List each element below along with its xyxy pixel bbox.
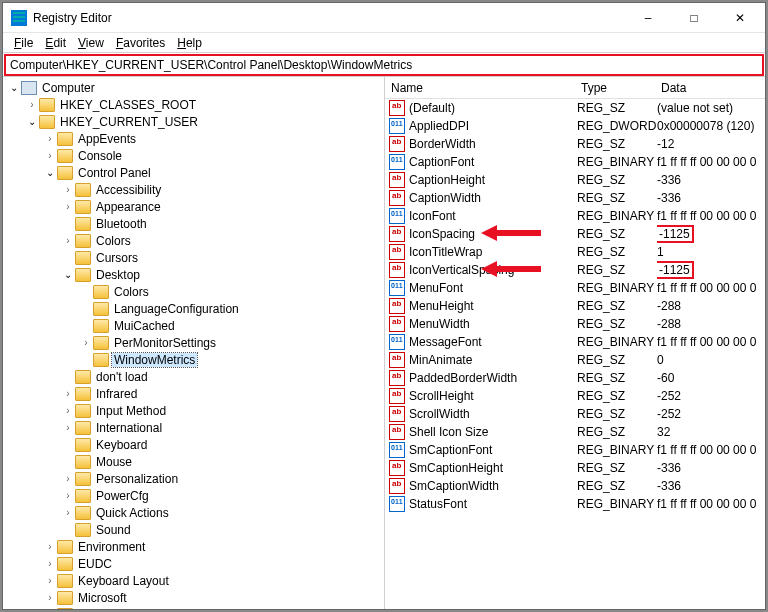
values-pane[interactable]: Name Type Data (Default)REG_SZ(value not… (385, 77, 765, 609)
chevron-down-icon[interactable]: ⌄ (43, 167, 57, 178)
value-row-shell-icon-size[interactable]: Shell Icon SizeREG_SZ32 (385, 423, 765, 441)
tree-item-don-t-load[interactable]: don't load (3, 368, 384, 385)
list-header[interactable]: Name Type Data (385, 77, 765, 99)
value-row-scrollheight[interactable]: ScrollHeightREG_SZ-252 (385, 387, 765, 405)
chevron-right-icon[interactable]: › (43, 558, 57, 569)
tree-item-windowmetrics[interactable]: WindowMetrics (3, 351, 384, 368)
tree-item-infrared[interactable]: ›Infrared (3, 385, 384, 402)
address-bar[interactable]: Computer\HKEY_CURRENT_USER\Control Panel… (4, 54, 764, 76)
tree-item-control-panel[interactable]: ⌄Control Panel (3, 164, 384, 181)
menu-view[interactable]: View (73, 34, 109, 52)
chevron-right-icon[interactable]: › (61, 184, 75, 195)
chevron-right-icon[interactable]: › (61, 388, 75, 399)
value-type: REG_SZ (577, 299, 657, 313)
tree-item-keyboard-layout[interactable]: ›Keyboard Layout (3, 572, 384, 589)
minimize-button[interactable]: – (625, 3, 671, 32)
value-row-captionfont[interactable]: CaptionFontREG_BINARYf1 ff ff ff 00 00 0… (385, 153, 765, 171)
value-row-smcaptionheight[interactable]: SmCaptionHeightREG_SZ-336 (385, 459, 765, 477)
tree-item-eudc[interactable]: ›EUDC (3, 555, 384, 572)
value-row-smcaptionwidth[interactable]: SmCaptionWidthREG_SZ-336 (385, 477, 765, 495)
titlebar[interactable]: Registry Editor – □ ✕ (3, 3, 765, 33)
col-header-name[interactable]: Name (385, 79, 575, 97)
tree-item-colors[interactable]: Colors (3, 283, 384, 300)
tree-item-languageconfiguration[interactable]: LanguageConfiguration (3, 300, 384, 317)
tree-label: Console (76, 149, 124, 163)
value-data: -288 (657, 299, 763, 313)
folder-icon (57, 608, 73, 610)
tree-item-keyboard[interactable]: Keyboard (3, 436, 384, 453)
chevron-down-icon[interactable]: ⌄ (61, 269, 75, 280)
chevron-right-icon[interactable]: › (61, 473, 75, 484)
value-row-paddedborderwidth[interactable]: PaddedBorderWidthREG_SZ-60 (385, 369, 765, 387)
tree-item-bluetooth[interactable]: Bluetooth (3, 215, 384, 232)
value-row-borderwidth[interactable]: BorderWidthREG_SZ-12 (385, 135, 765, 153)
menu-favorites[interactable]: Favorites (111, 34, 170, 52)
value-row-icontitlewrap[interactable]: IconTitleWrapREG_SZ1 (385, 243, 765, 261)
chevron-right-icon[interactable]: › (61, 405, 75, 416)
chevron-right-icon[interactable]: › (43, 575, 57, 586)
chevron-down-icon[interactable]: ⌄ (7, 82, 21, 93)
value-row-smcaptionfont[interactable]: SmCaptionFontREG_BINARYf1 ff ff ff 00 00… (385, 441, 765, 459)
chevron-down-icon[interactable]: ⌄ (25, 116, 39, 127)
value-row-minanimate[interactable]: MinAnimateREG_SZ0 (385, 351, 765, 369)
tree-item-hkey-current-user[interactable]: ⌄HKEY_CURRENT_USER (3, 113, 384, 130)
string-value-icon (389, 478, 405, 494)
tree-item-desktop[interactable]: ⌄Desktop (3, 266, 384, 283)
value-row-iconfont[interactable]: IconFontREG_BINARYf1 ff ff ff 00 00 00 0 (385, 207, 765, 225)
value-row-messagefont[interactable]: MessageFontREG_BINARYf1 ff ff ff 00 00 0… (385, 333, 765, 351)
value-row-applieddpi[interactable]: AppliedDPIREG_DWORD0x00000078 (120) (385, 117, 765, 135)
chevron-right-icon[interactable]: › (43, 592, 57, 603)
menu-edit[interactable]: Edit (40, 34, 71, 52)
value-row-iconverticalspacing[interactable]: IconVerticalSpacingREG_SZ-1125 (385, 261, 765, 279)
chevron-right-icon[interactable]: › (61, 235, 75, 246)
tree-item-input-method[interactable]: ›Input Method (3, 402, 384, 419)
col-header-data[interactable]: Data (655, 79, 765, 97)
chevron-right-icon[interactable]: › (43, 541, 57, 552)
tree-item-appearance[interactable]: ›Appearance (3, 198, 384, 215)
tree-item-personalization[interactable]: ›Personalization (3, 470, 384, 487)
tree-item-sound[interactable]: Sound (3, 521, 384, 538)
chevron-right-icon[interactable]: › (25, 99, 39, 110)
tree-item-microsoft[interactable]: ›Microsoft (3, 589, 384, 606)
tree-item-international[interactable]: ›International (3, 419, 384, 436)
tree-item-hkey-classes-root[interactable]: ›HKEY_CLASSES_ROOT (3, 96, 384, 113)
tree-item-permonitorsettings[interactable]: ›PerMonitorSettings (3, 334, 384, 351)
close-button[interactable]: ✕ (717, 3, 763, 32)
folder-icon (57, 540, 73, 554)
chevron-right-icon[interactable]: › (43, 133, 57, 144)
tree-item-cursors[interactable]: Cursors (3, 249, 384, 266)
tree-item-accessibility[interactable]: ›Accessibility (3, 181, 384, 198)
menu-file[interactable]: File (9, 34, 38, 52)
chevron-right-icon[interactable]: › (43, 150, 57, 161)
value-row-captionwidth[interactable]: CaptionWidthREG_SZ-336 (385, 189, 765, 207)
maximize-button[interactable]: □ (671, 3, 717, 32)
tree-pane[interactable]: ⌄Computer›HKEY_CLASSES_ROOT⌄HKEY_CURRENT… (3, 77, 385, 609)
chevron-right-icon[interactable]: › (61, 422, 75, 433)
tree-item-powercfg[interactable]: ›PowerCfg (3, 487, 384, 504)
tree-item-appevents[interactable]: ›AppEvents (3, 130, 384, 147)
tree-item-network[interactable]: ›Network (3, 606, 384, 609)
chevron-right-icon[interactable]: › (79, 337, 93, 348)
menu-help[interactable]: Help (172, 34, 207, 52)
value-row--default-[interactable]: (Default)REG_SZ(value not set) (385, 99, 765, 117)
value-row-iconspacing[interactable]: IconSpacingREG_SZ-1125 (385, 225, 765, 243)
value-row-menuheight[interactable]: MenuHeightREG_SZ-288 (385, 297, 765, 315)
value-row-menuwidth[interactable]: MenuWidthREG_SZ-288 (385, 315, 765, 333)
tree-item-quick-actions[interactable]: ›Quick Actions (3, 504, 384, 521)
col-header-type[interactable]: Type (575, 79, 655, 97)
tree-label: Accessibility (94, 183, 163, 197)
tree-item-mouse[interactable]: Mouse (3, 453, 384, 470)
tree-item-colors[interactable]: ›Colors (3, 232, 384, 249)
value-row-scrollwidth[interactable]: ScrollWidthREG_SZ-252 (385, 405, 765, 423)
tree-item-environment[interactable]: ›Environment (3, 538, 384, 555)
value-type: REG_BINARY (577, 281, 657, 295)
value-row-captionheight[interactable]: CaptionHeightREG_SZ-336 (385, 171, 765, 189)
tree-item-computer[interactable]: ⌄Computer (3, 79, 384, 96)
tree-item-muicached[interactable]: MuiCached (3, 317, 384, 334)
chevron-right-icon[interactable]: › (61, 507, 75, 518)
chevron-right-icon[interactable]: › (61, 201, 75, 212)
value-row-menufont[interactable]: MenuFontREG_BINARYf1 ff ff ff 00 00 00 0 (385, 279, 765, 297)
value-row-statusfont[interactable]: StatusFontREG_BINARYf1 ff ff ff 00 00 00… (385, 495, 765, 513)
tree-item-console[interactable]: ›Console (3, 147, 384, 164)
chevron-right-icon[interactable]: › (61, 490, 75, 501)
